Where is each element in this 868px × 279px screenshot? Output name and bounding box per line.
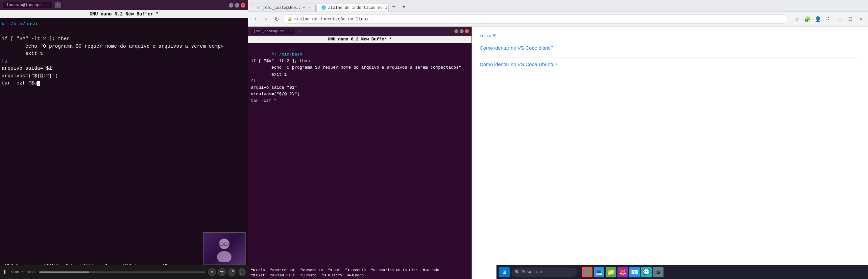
bt-footer-execute: ^T Execute	[343, 268, 368, 273]
web-divider	[480, 41, 860, 41]
bt-footer-read: ^R Read File	[268, 273, 298, 278]
browser-tab-active[interactable]: 🌐 atalho de indentação no linux - ×	[316, 4, 389, 11]
web-breadcrumb: Leia a Bl	[480, 33, 860, 38]
code-line: if [ "$#" -lt 2 ]; then	[2, 35, 247, 43]
bookmark-btn[interactable]: ☆	[793, 14, 802, 24]
bt-footer-paste: ^J Justify	[319, 273, 345, 278]
tab-list-btn[interactable]: ▼	[399, 2, 408, 11]
video-person	[204, 233, 245, 265]
taskbar-icon-4[interactable]: 🦊	[617, 267, 628, 277]
player-camera-btn[interactable]: 📷	[218, 268, 226, 276]
code-line: fi	[2, 58, 247, 65]
taskbar-icon-6[interactable]: 💬	[641, 267, 652, 277]
tab-close-inactive[interactable]: ×	[309, 6, 311, 10]
browser-content: joel_costa@Joel: ~ + GNU nano 6.2 New Bu…	[248, 27, 868, 279]
browser-terminal-header: GNU nano 6.2 New Buffer *	[248, 36, 471, 43]
terminal-titlebar: lucasrm@lucaspc: ~ + ─ □ ×	[0, 0, 248, 10]
web-link-1[interactable]: Como identar no VS Code diário?	[480, 45, 860, 51]
taskbar-icon-2[interactable]: 💻	[594, 267, 604, 277]
address-bar[interactable]: 🔒 atalho de indentação no linux -	[283, 14, 788, 24]
video-overlay	[203, 232, 246, 265]
code-line: echo "O programa $0 requer nome do arqui…	[2, 43, 247, 51]
taskbar-icon-3[interactable]: 📁	[606, 267, 616, 277]
svg-point-1	[217, 251, 231, 262]
browser-minimize-btn[interactable]: ─	[835, 14, 844, 24]
player-progress-fill	[39, 272, 89, 273]
player-setting-btn[interactable]: ⚙	[208, 268, 216, 276]
browser-terminal: joel_costa@Joel: ~ + GNU nano 6.2 New Bu…	[248, 27, 472, 279]
bt-footer-location: ^C Location Go To Line	[369, 268, 421, 273]
browser-terminal-titlebar: joel_costa@Joel: ~ +	[248, 27, 471, 36]
player-fullscreen-btn[interactable]: ⛶	[238, 268, 246, 276]
terminal-content: #! /bin/bash if [ "$#" -lt 2 ]; then ech…	[0, 18, 248, 261]
player-controls: ⚙ 📷 🎤 ⛶	[208, 268, 246, 276]
web-breadcrumb-text: Leia a Bl	[480, 33, 496, 38]
bt-header-text: GNU nano 6.2 New Buffer *	[328, 37, 392, 42]
browser-nav: ‹ › ↻	[251, 14, 281, 24]
code-line: exit 1	[2, 50, 247, 58]
terminal-maximize-btn[interactable]: □	[235, 3, 239, 7]
taskbar-start-btn[interactable]: ⊞	[499, 267, 509, 277]
search-label: Pesquisar	[522, 270, 543, 274]
tab-favicon-inactive: 📧	[256, 5, 261, 10]
shebang-line: #! /bin/bash	[2, 21, 247, 28]
taskbar-search[interactable]: 🔍 Pesquisar	[512, 268, 577, 277]
bt-footer-help: ^G Help	[248, 268, 268, 273]
terminal-close-btn[interactable]: ×	[241, 3, 245, 7]
browser-chrome: ‹ › ↻ 🔒 atalho de indentação no linux - …	[248, 12, 868, 27]
bt-footer-exit: ^X Exit	[248, 273, 268, 278]
profile-btn[interactable]: 👤	[813, 14, 823, 24]
player-bar: ⏸ 6:05 / 10:32 ⚙ 📷 🎤 ⛶	[0, 265, 248, 279]
browser-terminal-footer: ^G Help ^O Write Out ^W Where Is ^K Cut	[248, 267, 471, 279]
taskbar-icon-5[interactable]: 📧	[629, 267, 640, 277]
play-pause-btn[interactable]: ⏸	[3, 269, 8, 275]
back-btn[interactable]: ‹	[251, 14, 260, 24]
taskbar-icons: 🌐 💻 📁 🦊 📧 💬 ⚙	[582, 267, 663, 277]
taskbar-icon-7[interactable]: ⚙	[653, 267, 663, 277]
bt-code: if [ "$#" -lt 2 ]; then echo "O programa…	[251, 59, 461, 103]
player-progress[interactable]	[39, 272, 206, 273]
browser-maximize-btn[interactable]: □	[846, 14, 855, 24]
browser-close-btn[interactable]: ×	[856, 14, 865, 24]
tab-favicon-active: 🌐	[321, 5, 326, 10]
tab-title-active: atalho de indentação no linux -	[328, 6, 389, 10]
player-time: 6:05 / 10:32	[10, 270, 36, 274]
bt-footer-replace: ^U Paste	[298, 273, 319, 278]
bt-footer-where: ^W Where Is	[298, 268, 326, 273]
url-text: atalho de indentação no linux -	[294, 17, 783, 22]
code-line: arquivo_saida="$1"	[2, 65, 247, 73]
search-icon: 🔍	[515, 270, 520, 275]
bt-footer-cut: ^K Cut	[326, 268, 343, 273]
menu-btn[interactable]: ⋮	[824, 14, 833, 24]
bt-maximize[interactable]	[460, 29, 464, 33]
browser-window: 📧 joel_costa@Joel: ~ × 🌐 atalho de inden…	[248, 0, 868, 279]
bt-minimize[interactable]	[454, 29, 458, 33]
code-line: tar -czf "$a	[2, 80, 247, 87]
tab-title-inactive: joel_costa@Joel: ~	[263, 6, 305, 10]
browser-terminal-tab[interactable]: joel_costa@Joel: ~	[251, 29, 295, 34]
web-link-2[interactable]: Como identar no VS Coda Ubuntu?	[480, 61, 860, 67]
bt-shebang: #! /bin/bash	[271, 52, 302, 57]
terminal-new-tab-btn[interactable]: +	[55, 2, 61, 8]
browser-terminal-new-tab[interactable]: +	[299, 29, 302, 33]
reload-btn[interactable]: ↻	[272, 14, 281, 24]
new-tab-btn[interactable]: +	[389, 2, 399, 11]
code-line: arquivos=("${@:2}")	[2, 73, 247, 80]
taskbar: ⊞ 🔍 Pesquisar 🌐 💻 📁 🦊 📧 💬 ⚙ POR PT-BR 13…	[496, 265, 868, 279]
lock-icon: 🔒	[287, 17, 292, 22]
terminal-header: GNU nano 6.2 New Buffer *	[0, 10, 248, 18]
bt-footer-write: ^O Write Out	[268, 268, 298, 273]
bt-footer-undo: M-U Undo	[420, 268, 441, 273]
forward-btn[interactable]: ›	[261, 14, 271, 24]
player-mic-btn[interactable]: 🎤	[228, 268, 236, 276]
extensions-btn[interactable]: 🧩	[803, 14, 812, 24]
browser-tab-inactive[interactable]: 📧 joel_costa@Joel: ~ ×	[251, 4, 316, 11]
web-divider2	[480, 57, 860, 58]
browser-tab-bar: 📧 joel_costa@Joel: ~ × 🌐 atalho de inden…	[248, 0, 868, 12]
terminal-tab[interactable]: lucasrm@lucaspc: ~	[3, 2, 52, 8]
bt-close[interactable]	[465, 29, 469, 33]
bt-footer-redo: M-E Redo	[345, 273, 366, 278]
taskbar-icon-1[interactable]: 🌐	[582, 267, 592, 277]
terminal-minimize-btn[interactable]: ─	[229, 3, 234, 7]
code-line	[2, 28, 247, 36]
